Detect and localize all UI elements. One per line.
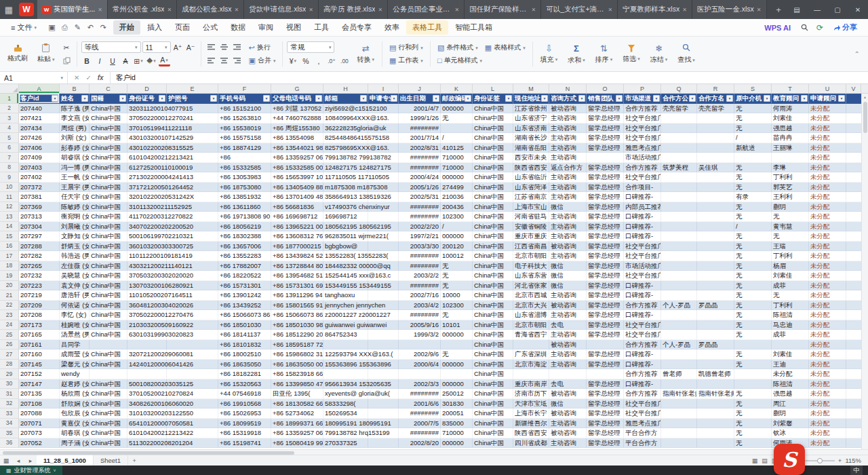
- cell[interactable]: [697, 330, 734, 340]
- cell[interactable]: 山东省东营: [513, 271, 549, 281]
- cell[interactable]: 210303200509160922: [127, 320, 167, 330]
- cell[interactable]: 未分配: [809, 222, 846, 232]
- cell[interactable]: 000000: [441, 104, 473, 114]
- cell[interactable]: 207161: [19, 340, 60, 350]
- close-tab-icon[interactable]: ✕: [235, 7, 239, 13]
- cell[interactable]: 蒯玥: [772, 408, 809, 419]
- cell[interactable]: China中国: [473, 261, 513, 271]
- row-number[interactable]: 11: [0, 192, 19, 202]
- cell[interactable]: China中国: [90, 399, 127, 409]
- filter-icon[interactable]: ▼: [391, 95, 397, 102]
- cell[interactable]: ########: [399, 202, 441, 212]
- cell[interactable]: China中国: [473, 231, 513, 242]
- cell[interactable]: 无: [441, 349, 473, 360]
- cell[interactable]: 平台合作方: [624, 438, 661, 449]
- cell[interactable]: 2002/3/3: [399, 379, 441, 390]
- cell[interactable]: [323, 340, 368, 350]
- cell[interactable]: 956613934 153205635: [323, 379, 368, 390]
- cell[interactable]: [697, 231, 734, 242]
- cell[interactable]: 主动咨询: [549, 231, 587, 242]
- row-number[interactable]: 32: [0, 399, 19, 409]
- cell[interactable]: [661, 133, 697, 143]
- row-number[interactable]: 28: [0, 360, 19, 370]
- row-number[interactable]: 24: [0, 320, 19, 330]
- cell[interactable]: 340826200106060020: [127, 399, 167, 409]
- filter-icon[interactable]: ▼: [616, 95, 623, 102]
- cell[interactable]: 207297: [19, 231, 60, 242]
- cell[interactable]: 社交平台推广: [624, 320, 661, 330]
- cell[interactable]: 留学总经理: [587, 172, 624, 183]
- cell[interactable]: +86 18002510: [218, 349, 271, 360]
- cell[interactable]: 曾老师: [661, 369, 697, 379]
- cell[interactable]: 无: [734, 399, 772, 409]
- cell[interactable]: +86 13954682 51: [271, 271, 323, 281]
- cell[interactable]: 雅思考点推广: [624, 143, 661, 153]
- cell[interactable]: 无: [734, 202, 772, 212]
- row-number[interactable]: 31: [0, 389, 19, 399]
- cell[interactable]: [661, 124, 697, 134]
- cell[interactable]: 无: [734, 251, 772, 261]
- cell[interactable]: 刘素佳: [772, 113, 809, 124]
- filter-button[interactable]: 筛选▾: [619, 43, 644, 65]
- row-number[interactable]: 1: [0, 94, 19, 104]
- cell[interactable]: 袁文仲 (女: [60, 281, 90, 291]
- cell[interactable]: 合作方推荐: [624, 163, 661, 173]
- row-number[interactable]: 8: [0, 163, 19, 173]
- zoom-slider-thumb[interactable]: [817, 458, 823, 463]
- cell[interactable]: China中国: [473, 408, 513, 419]
- paste-button[interactable]: 粘贴▾: [34, 43, 58, 65]
- cell[interactable]: 207073: [19, 428, 60, 438]
- cell[interactable]: 河南省驻马: [513, 212, 549, 222]
- cell[interactable]: 手机号码▼: [218, 94, 271, 104]
- cell[interactable]: 刘斯 (女): [60, 133, 90, 143]
- cell[interactable]: 无: [734, 212, 772, 222]
- cell[interactable]: 吴佳琪: [697, 163, 734, 173]
- cell[interactable]: 000000: [441, 330, 473, 340]
- cell[interactable]: +86 18099519: [218, 419, 271, 429]
- cell[interactable]: China中国: [90, 163, 127, 173]
- cell[interactable]: 社交平台推广: [624, 271, 661, 281]
- cell[interactable]: 207232: [19, 271, 60, 281]
- cell[interactable]: 152544145 xxx@163.c: [323, 271, 368, 281]
- cell[interactable]: +44 07546918: [218, 389, 271, 399]
- file-tab[interactable]: 国任财产保险样本...✕: [465, 0, 541, 19]
- cell[interactable]: [368, 330, 399, 340]
- cell[interactable]: 北京市海淀: [513, 360, 549, 370]
- menu-tab[interactable]: 表格工具: [406, 20, 448, 35]
- row-number[interactable]: 18: [0, 261, 19, 271]
- cell[interactable]: [368, 369, 399, 379]
- cell[interactable]: 207152: [19, 369, 60, 379]
- cell[interactable]: 未分配: [809, 183, 846, 193]
- cell[interactable]: China中国: [473, 281, 513, 291]
- cell[interactable]: China中国: [473, 202, 513, 212]
- cell[interactable]: 被动咨询: [549, 428, 587, 438]
- cell[interactable]: 102300: [441, 301, 473, 311]
- cell[interactable]: 无: [734, 389, 772, 399]
- cell[interactable]: 合作方推荐: [624, 389, 661, 399]
- row-number[interactable]: 21: [0, 290, 19, 301]
- filter-icon[interactable]: ▼: [81, 95, 88, 102]
- cell[interactable]: 000000: [441, 360, 473, 370]
- cell[interactable]: 口碑推荐-: [624, 360, 661, 370]
- cell[interactable]: 610104200212213422: [127, 428, 167, 438]
- cell[interactable]: +86 18141137: [218, 330, 271, 340]
- cell[interactable]: 凯德曾老师: [697, 369, 734, 379]
- cell[interactable]: 湖南省岳阳: [513, 143, 549, 153]
- cell[interactable]: 无: [734, 242, 772, 252]
- cancel-icon[interactable]: ✕: [74, 74, 79, 81]
- cell[interactable]: 被动咨询: [549, 340, 587, 350]
- cell[interactable]: [661, 143, 697, 153]
- cell[interactable]: 陈敏婷 (女: [60, 202, 90, 212]
- cell[interactable]: [90, 369, 127, 379]
- cell[interactable]: 无: [734, 113, 772, 124]
- cell[interactable]: 何雨涛: [772, 104, 809, 114]
- cell[interactable]: 108409964XXX@163.: [323, 113, 368, 124]
- cell[interactable]: 留学总经理: [587, 222, 624, 232]
- font-name-select[interactable]: 等线▾: [81, 41, 141, 53]
- cell[interactable]: [697, 202, 734, 212]
- row-number[interactable]: 35: [0, 428, 19, 438]
- cell[interactable]: 微信: [549, 202, 587, 212]
- cell[interactable]: ########: [399, 124, 441, 134]
- cell[interactable]: China中国: [90, 438, 127, 449]
- cell[interactable]: 口碑推荐-: [624, 310, 661, 320]
